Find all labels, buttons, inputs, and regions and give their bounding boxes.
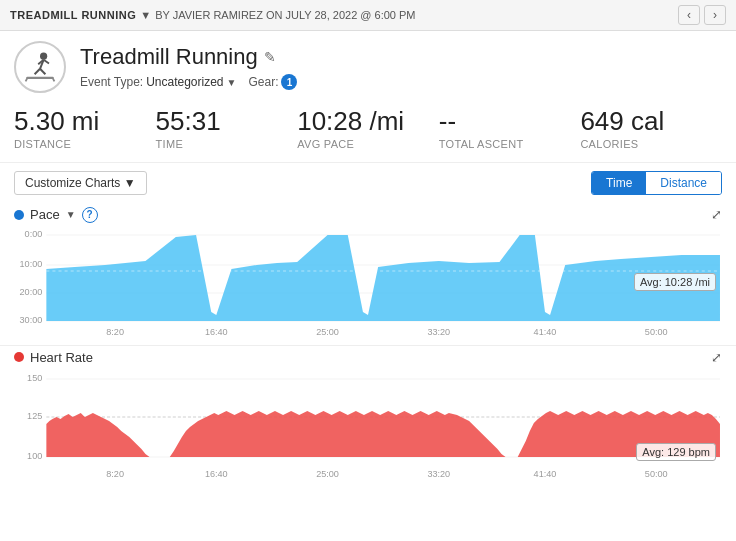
- stat-ascent-value: --: [439, 107, 581, 136]
- pace-chart-svg: 0:00 10:00 20:00 30:00 8:20 16:40 25:00 …: [14, 227, 722, 337]
- breadcrumb-title: TREADMILL RUNNING: [10, 9, 136, 21]
- stat-time: 55:31 Time: [156, 107, 298, 150]
- svg-text:33:20: 33:20: [427, 469, 450, 479]
- stat-calories-value: 649 cal: [580, 107, 722, 136]
- svg-text:41:40: 41:40: [534, 327, 557, 337]
- pace-chart-header: Pace ▼ ? ⤢: [14, 207, 722, 223]
- stats-row: 5.30 mi Distance 55:31 Time 10:28 /mi Av…: [0, 99, 736, 163]
- stat-distance-label: Distance: [14, 138, 156, 150]
- breadcrumb-bar: TREADMILL RUNNING ▼ BY JAVIER RAMIREZ ON…: [0, 0, 736, 31]
- svg-text:0:00: 0:00: [25, 229, 43, 239]
- header-section: Treadmill Running ✎ Event Type: Uncatego…: [0, 31, 736, 99]
- hr-chart-title: Heart Rate: [30, 350, 93, 365]
- breadcrumb-nav: ‹ ›: [678, 5, 726, 25]
- hr-chart-container: 150 125 100 8:20 16:40 25:00 33:20 41:40…: [14, 369, 722, 479]
- pace-chart-section: Pace ▼ ? ⤢ 0:00 10:00 20:00 30:00: [0, 203, 736, 346]
- hr-chart-header: Heart Rate ⤢: [14, 350, 722, 365]
- stat-ascent-label: Total Ascent: [439, 138, 581, 150]
- toggle-distance-button[interactable]: Distance: [646, 172, 721, 194]
- svg-text:10:00: 10:00: [20, 259, 43, 269]
- pace-dropdown-arrow[interactable]: ▼: [66, 209, 76, 220]
- svg-line-2: [35, 69, 40, 74]
- stat-time-value: 55:31: [156, 107, 298, 136]
- pace-info-icon[interactable]: ?: [82, 207, 98, 223]
- hr-expand-icon[interactable]: ⤢: [711, 350, 722, 365]
- stat-pace-value: 10:28 /mi: [297, 107, 439, 136]
- svg-marker-31: [46, 411, 720, 457]
- edit-icon[interactable]: ✎: [264, 49, 276, 65]
- activity-icon: [14, 41, 66, 93]
- header-info: Treadmill Running ✎ Event Type: Uncatego…: [80, 44, 297, 90]
- pace-dot: [14, 210, 24, 220]
- svg-marker-17: [46, 235, 720, 321]
- customize-charts-button[interactable]: Customize Charts ▼: [14, 171, 147, 195]
- svg-text:16:40: 16:40: [205, 469, 228, 479]
- svg-text:33:20: 33:20: [427, 327, 450, 337]
- svg-text:41:40: 41:40: [534, 469, 557, 479]
- event-type-meta: Event Type: Uncategorized ▼: [80, 75, 236, 89]
- svg-text:25:00: 25:00: [316, 327, 339, 337]
- svg-line-5: [44, 60, 49, 64]
- event-type-label: Event Type:: [80, 75, 143, 89]
- hr-chart-section: Heart Rate ⤢ 150 125 100 8:20 16:40 25:0…: [0, 346, 736, 487]
- next-button[interactable]: ›: [704, 5, 726, 25]
- svg-text:8:20: 8:20: [106, 327, 124, 337]
- hr-chart-svg: 150 125 100 8:20 16:40 25:00 33:20 41:40…: [14, 369, 722, 479]
- svg-text:125: 125: [27, 411, 42, 421]
- gear-meta: Gear: 1: [248, 74, 297, 90]
- stat-distance: 5.30 mi Distance: [14, 107, 156, 150]
- svg-line-7: [26, 78, 28, 82]
- stat-calories-label: Calories: [580, 138, 722, 150]
- treadmill-svg: [22, 49, 58, 85]
- activity-title-row: Treadmill Running ✎: [80, 44, 297, 70]
- toggle-time-button[interactable]: Time: [592, 172, 646, 194]
- event-type-value[interactable]: Uncategorized: [146, 75, 223, 89]
- breadcrumb-dropdown-arrow[interactable]: ▼: [140, 9, 151, 21]
- stat-distance-value: 5.30 mi: [14, 107, 156, 136]
- svg-point-0: [40, 53, 47, 60]
- toolbar-row: Customize Charts ▼ Time Distance: [0, 163, 736, 203]
- svg-line-3: [40, 69, 45, 74]
- svg-text:20:00: 20:00: [20, 287, 43, 297]
- svg-text:50:00: 50:00: [645, 469, 668, 479]
- stat-calories: 649 cal Calories: [580, 107, 722, 150]
- svg-line-8: [53, 78, 55, 82]
- svg-text:30:00: 30:00: [20, 315, 43, 325]
- event-type-dropdown[interactable]: ▼: [227, 77, 237, 88]
- pace-chart-container: 0:00 10:00 20:00 30:00 8:20 16:40 25:00 …: [14, 227, 722, 337]
- stat-ascent: -- Total Ascent: [439, 107, 581, 150]
- pace-chart-title-row: Pace ▼ ?: [14, 207, 98, 223]
- hr-dot: [14, 352, 24, 362]
- gear-label: Gear:: [248, 75, 278, 89]
- svg-text:25:00: 25:00: [316, 469, 339, 479]
- pace-expand-icon[interactable]: ⤢: [711, 207, 722, 222]
- hr-chart-title-row: Heart Rate: [14, 350, 93, 365]
- pace-chart-title: Pace: [30, 207, 60, 222]
- stat-pace: 10:28 /mi Avg Pace: [297, 107, 439, 150]
- svg-text:50:00: 50:00: [645, 327, 668, 337]
- svg-text:8:20: 8:20: [106, 469, 124, 479]
- breadcrumb-by-text: BY JAVIER RAMIREZ ON JULY 28, 2022 @ 6:0…: [155, 9, 415, 21]
- time-distance-toggle: Time Distance: [591, 171, 722, 195]
- svg-text:150: 150: [27, 373, 42, 383]
- activity-title: Treadmill Running: [80, 44, 258, 70]
- prev-button[interactable]: ‹: [678, 5, 700, 25]
- svg-text:16:40: 16:40: [205, 327, 228, 337]
- gear-badge[interactable]: 1: [281, 74, 297, 90]
- stat-pace-label: Avg Pace: [297, 138, 439, 150]
- stat-time-label: Time: [156, 138, 298, 150]
- svg-text:100: 100: [27, 451, 42, 461]
- breadcrumb-left: TREADMILL RUNNING ▼ BY JAVIER RAMIREZ ON…: [10, 9, 416, 21]
- activity-meta: Event Type: Uncategorized ▼ Gear: 1: [80, 74, 297, 90]
